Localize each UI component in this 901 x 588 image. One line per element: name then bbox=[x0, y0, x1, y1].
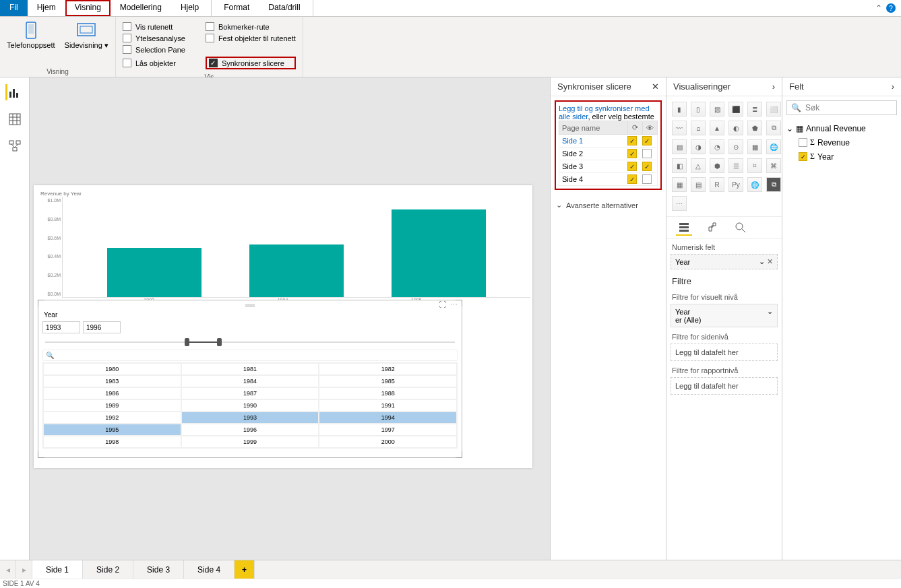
chart-visual[interactable]: Revenue by Year $1.0M $0.8M $0.6M $0.4M … bbox=[35, 191, 530, 302]
snap-to-grid-checkbox[interactable]: Fest objekter til rutenett bbox=[206, 34, 296, 42]
viz-type-button[interactable]: ▮ bbox=[672, 102, 687, 117]
viz-type-button[interactable]: ≣ bbox=[747, 102, 762, 117]
year-cell[interactable]: 1980 bbox=[43, 363, 181, 375]
field-well-year[interactable]: Year ⌄ ✕ bbox=[671, 254, 778, 269]
viz-type-button[interactable]: ⬜ bbox=[766, 102, 781, 117]
performance-analyzer-checkbox[interactable]: Ytelsesanalyse bbox=[123, 34, 185, 42]
next-page-nav[interactable]: ▸ bbox=[16, 560, 32, 579]
viz-type-button[interactable]: ⬢ bbox=[710, 158, 724, 173]
viz-type-button[interactable]: R bbox=[710, 177, 724, 192]
fields-search-input[interactable]: 🔍 Søk bbox=[786, 100, 897, 115]
viz-type-button[interactable]: ☰ bbox=[728, 158, 743, 173]
bookmarks-pane-checkbox[interactable]: Bokmerker-rute bbox=[206, 22, 296, 31]
focus-mode-icon[interactable]: ⛶ bbox=[439, 300, 446, 309]
lock-objects-checkbox[interactable]: Lås objekter bbox=[123, 59, 185, 67]
sync-checkbox[interactable]: ✓ bbox=[627, 162, 637, 171]
collapse-fields-pane-icon[interactable]: › bbox=[892, 81, 894, 92]
collapse-viz-pane-icon[interactable]: › bbox=[772, 81, 775, 92]
viz-type-button[interactable]: △ bbox=[691, 158, 706, 173]
year-cell[interactable]: 1981 bbox=[181, 363, 319, 375]
menu-modellering[interactable]: Modellering bbox=[111, 0, 171, 16]
add-report-filter[interactable]: Legg til datafelt her bbox=[671, 377, 778, 395]
analytics-tab-icon[interactable] bbox=[733, 220, 749, 236]
viz-type-button[interactable]: 〰 bbox=[672, 121, 687, 135]
chevron-down-icon[interactable]: ⌄ bbox=[767, 307, 773, 316]
year-slicer-visual[interactable]: ══ ⛶ ⋯ Year 1993 1996 🔍 1980198119821983… bbox=[38, 300, 462, 458]
year-cell[interactable]: 1995 bbox=[43, 424, 181, 436]
menu-fil[interactable]: Fil bbox=[0, 0, 28, 16]
page-tab[interactable]: Side 4 bbox=[184, 560, 235, 579]
slicer-to-input[interactable]: 1996 bbox=[83, 321, 121, 333]
page-tab[interactable]: Side 2 bbox=[83, 560, 133, 579]
sync-checkbox[interactable]: ✓ bbox=[627, 136, 637, 145]
show-gridlines-checkbox[interactable]: Vis rutenett bbox=[123, 22, 185, 31]
field-revenue[interactable]: Σ Revenue bbox=[786, 135, 897, 150]
menu-datadrill[interactable]: Data/drill bbox=[259, 0, 309, 16]
viz-type-button[interactable]: ⌘ bbox=[766, 158, 781, 173]
close-sync-pane-icon[interactable]: ✕ bbox=[652, 81, 659, 92]
year-cell[interactable]: 1998 bbox=[43, 436, 181, 448]
menu-hjelp[interactable]: Hjelp bbox=[171, 0, 208, 16]
page-tab[interactable]: Side 1 bbox=[32, 560, 83, 579]
add-page-button[interactable]: + bbox=[235, 560, 255, 579]
viz-type-button[interactable]: ▤ bbox=[672, 139, 687, 154]
visible-checkbox[interactable]: ✓ bbox=[642, 136, 652, 145]
prev-page-nav[interactable]: ◂ bbox=[0, 560, 16, 579]
sync-checkbox[interactable]: ✓ bbox=[627, 174, 637, 184]
help-icon[interactable]: ? bbox=[886, 3, 896, 13]
slicer-range-slider[interactable] bbox=[45, 336, 455, 348]
viz-type-button[interactable]: ◐ bbox=[728, 121, 743, 135]
remove-field-icon[interactable]: ✕ bbox=[767, 257, 773, 265]
chevron-down-icon[interactable]: ⌄ bbox=[759, 257, 765, 265]
viz-type-button[interactable]: Py bbox=[728, 177, 743, 192]
menu-visning[interactable]: Visning bbox=[65, 0, 111, 16]
viz-type-button[interactable]: ▦ bbox=[747, 139, 762, 154]
report-canvas[interactable]: Revenue by Year $1.0M $0.8M $0.6M $0.4M … bbox=[30, 77, 550, 560]
year-cell[interactable]: 1989 bbox=[43, 399, 181, 412]
year-cell[interactable]: 1986 bbox=[43, 387, 181, 399]
more-options-icon[interactable]: ⋯ bbox=[450, 300, 458, 309]
checkbox-icon[interactable] bbox=[799, 138, 807, 147]
year-cell[interactable]: 1999 bbox=[181, 436, 319, 448]
phone-layout-button[interactable]: Telefonoppsett bbox=[7, 21, 55, 49]
year-cell[interactable]: 1983 bbox=[43, 375, 181, 387]
viz-type-button[interactable]: ▧ bbox=[710, 102, 724, 117]
field-year[interactable]: ✓ Σ Year bbox=[786, 150, 897, 164]
year-cell[interactable]: 1982 bbox=[319, 363, 457, 375]
visible-checkbox[interactable]: ✓ bbox=[642, 162, 652, 171]
data-view-icon[interactable] bbox=[7, 111, 23, 127]
viz-type-button[interactable]: ▯ bbox=[691, 102, 706, 117]
slicer-search-input[interactable]: 🔍 bbox=[42, 350, 458, 361]
viz-type-button[interactable]: ▲ bbox=[710, 121, 724, 135]
visible-checkbox[interactable] bbox=[642, 174, 652, 184]
format-tab-icon[interactable] bbox=[704, 220, 720, 236]
year-cell[interactable]: 1988 bbox=[319, 387, 457, 399]
checkbox-icon[interactable]: ✓ bbox=[799, 152, 807, 161]
viz-type-button[interactable]: ◔ bbox=[710, 139, 724, 154]
viz-type-button[interactable]: ⧉ bbox=[766, 121, 781, 135]
fields-tab-icon[interactable] bbox=[676, 220, 692, 236]
add-page-filter[interactable]: Legg til datafelt her bbox=[671, 344, 778, 361]
year-cell[interactable]: 1985 bbox=[319, 375, 457, 387]
viz-type-button[interactable]: ⧉ bbox=[766, 177, 781, 192]
menu-format[interactable]: Format bbox=[214, 0, 259, 16]
viz-type-button[interactable]: ⊙ bbox=[728, 139, 743, 154]
viz-type-button[interactable]: ▤ bbox=[691, 177, 706, 192]
page-tab[interactable]: Side 3 bbox=[133, 560, 184, 579]
sync-slicers-checkbox[interactable]: ✓Synkroniser slicere bbox=[206, 57, 296, 69]
year-cell[interactable]: 1997 bbox=[319, 424, 457, 436]
model-view-icon[interactable] bbox=[7, 138, 23, 154]
viz-type-button[interactable]: ⌗ bbox=[747, 158, 762, 173]
page-view-button[interactable]: Sidevisning ▾ bbox=[65, 21, 108, 50]
year-cell[interactable]: 1993 bbox=[181, 412, 319, 424]
year-cell[interactable]: 1994 bbox=[319, 412, 457, 424]
viz-type-button[interactable]: ⋯ bbox=[672, 196, 687, 211]
year-cell[interactable]: 2000 bbox=[319, 436, 457, 448]
collapse-ribbon-icon[interactable]: ⌃ bbox=[875, 3, 882, 13]
sync-checkbox[interactable]: ✓ bbox=[627, 149, 637, 158]
table-annual-revenue[interactable]: ⌄ ▦ Annual Revenue bbox=[786, 122, 897, 135]
menu-hjem[interactable]: Hjem bbox=[28, 0, 65, 16]
viz-type-button[interactable]: ⬟ bbox=[747, 121, 762, 135]
viz-type-button[interactable]: ⬛ bbox=[728, 102, 743, 117]
year-cell[interactable]: 1990 bbox=[181, 399, 319, 412]
